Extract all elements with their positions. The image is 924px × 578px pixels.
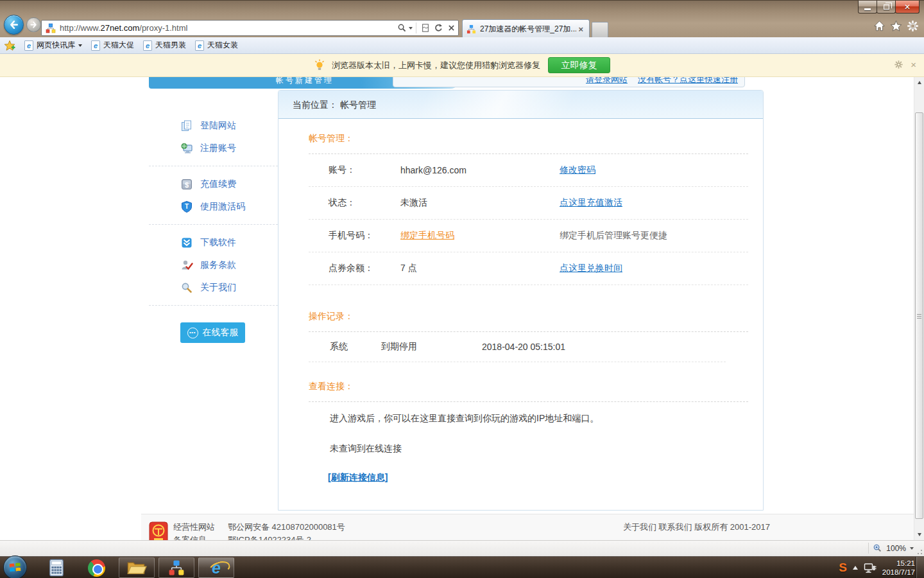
scroll-down-button[interactable] — [914, 529, 924, 540]
sidebar-item-activation-code[interactable]: T 使用激活码 — [149, 195, 278, 218]
favorite-item-tmall-sale[interactable]: e天猫大促 — [91, 40, 134, 51]
home-icon[interactable] — [873, 20, 886, 32]
search-dropdown-icon[interactable] — [409, 27, 413, 30]
site-favicon — [46, 23, 56, 33]
section-title-account: 帐号管理： — [309, 133, 748, 144]
register-link[interactable]: 没有帐号？点这里快速注册 — [638, 77, 738, 85]
online-support-label: 在线客服 — [203, 327, 239, 338]
sidebar-item-label: 登陆网站 — [200, 120, 236, 132]
sidebar-item-recharge[interactable]: $ 充值续费 — [149, 173, 278, 195]
favorite-dropdown-icon — [78, 44, 82, 47]
minimize-icon — [864, 8, 871, 10]
show-desktop-button[interactable] — [916, 557, 924, 578]
account-email: hhark@126.com — [400, 165, 560, 175]
exchange-time-link[interactable]: 点这里兑换时间 — [560, 263, 622, 274]
pages-icon — [180, 119, 193, 132]
minimize-button[interactable] — [858, 1, 877, 13]
proxy-app-icon — [168, 559, 185, 576]
recharge-activate-link[interactable]: 点这里充值激活 — [560, 197, 622, 209]
url-domain: 27net.com — [101, 23, 140, 33]
restore-icon — [884, 4, 889, 10]
restore-button[interactable] — [877, 1, 896, 13]
sidebar-item-about[interactable]: 关于我们 — [149, 276, 278, 299]
settings-gear-icon[interactable] — [907, 20, 919, 32]
browser-tab[interactable]: 27加速器的帐号管理_27加... × — [462, 19, 590, 38]
zoom-level: 100% — [886, 544, 906, 553]
notification-controls: × — [894, 60, 916, 70]
footer-licenses: 鄂公网安备 42108702000081号 鄂ICP备14022234号-2 — [228, 521, 345, 540]
sidebar-item-terms[interactable]: 服务条款 — [149, 254, 278, 276]
change-password-link[interactable]: 修改密码 — [560, 164, 595, 176]
search-icon[interactable] — [396, 22, 407, 34]
stop-icon[interactable] — [445, 22, 457, 34]
sidebar-item-label: 服务条款 — [200, 259, 236, 271]
record-time: 2018-04-20 05:15:01 — [482, 342, 565, 352]
row-label: 状态： — [329, 197, 400, 209]
row-label: 点券余额： — [329, 263, 400, 274]
taskbar-item-calculator[interactable] — [45, 557, 68, 578]
notification-close-icon[interactable]: × — [911, 60, 916, 70]
connection-description: 进入游戏后，你可以在这里直接查询到你玩的游戏的IP地址和端口。 — [309, 413, 748, 425]
sidebar-item-register[interactable]: 注册账号 — [149, 137, 278, 159]
clock-date: 2018/7/17 — [882, 568, 915, 577]
url-text[interactable]: http://www.27net.com/proxy-1.html — [60, 23, 396, 33]
folder-icon — [126, 559, 147, 576]
window-close-button[interactable]: ✕ — [895, 1, 920, 13]
start-button[interactable] — [3, 556, 27, 578]
zoom-dropdown-icon[interactable] — [910, 547, 914, 550]
desktop: ✕ http://www.27net.com/proxy-1.html — [0, 0, 924, 578]
tab-close-icon[interactable]: × — [576, 24, 585, 34]
sidebar-item-label: 下载软件 — [200, 237, 236, 249]
scroll-up-button[interactable] — [914, 77, 924, 88]
footer-links[interactable]: 关于我们 联系我们 版权所有 2001-2017 — [623, 521, 770, 533]
compatibility-view-icon[interactable] — [420, 22, 431, 34]
window-controls: ✕ — [859, 1, 920, 13]
new-tab-button[interactable] — [592, 22, 608, 37]
footer-site-type: 经营性网站 备案信息 — [173, 521, 215, 540]
scrollbar-grip — [917, 314, 921, 319]
favorite-item-tmall-men[interactable]: e天猫男装 — [143, 40, 186, 51]
notification-settings-icon[interactable] — [894, 60, 904, 70]
network-tray-icon[interactable] — [864, 563, 877, 574]
notification-message: 浏览器版本太旧，上网卡慢，建议您使用猎豹浏览器修复 — [332, 60, 540, 71]
forward-button[interactable] — [26, 17, 41, 32]
favorites-star-icon[interactable] — [890, 20, 902, 32]
account-status: 未激活 — [400, 197, 560, 209]
tray-expand-icon[interactable] — [853, 566, 858, 570]
fix-now-button[interactable]: 立即修复 — [548, 57, 610, 73]
sidebar-item-login-site[interactable]: 登陆网站 — [149, 114, 278, 137]
clock-time: 15:21 — [882, 559, 915, 568]
taskbar-item-chrome[interactable] — [85, 557, 108, 578]
record-source: 系统 — [330, 341, 381, 353]
vertical-scrollbar[interactable] — [914, 77, 924, 540]
back-arrow-icon — [8, 19, 19, 30]
taskbar-item-27net-app[interactable] — [158, 557, 194, 578]
row-label: 手机号码： — [329, 230, 400, 241]
scrollbar-thumb[interactable] — [915, 112, 923, 519]
zoom-control[interactable]: 100% — [868, 543, 914, 554]
account-row-points: 点券余额： 7 点 点这里兑换时间 — [309, 252, 748, 285]
taskbar-clock[interactable]: 15:21 2018/7/17 — [882, 559, 915, 577]
online-support-button[interactable]: ••• 在线客服 — [180, 322, 245, 343]
login-links-box: 请登录网站 没有帐号？点这里快速注册 — [393, 77, 745, 87]
taskbar-item-explorer[interactable] — [119, 557, 155, 578]
sidebar-item-label: 使用激活码 — [200, 201, 245, 213]
add-favorite-button[interactable] — [4, 40, 15, 51]
favorites-bar: e网页快讯库 e天猫大促 e天猫男装 e天猫女装 — [0, 37, 924, 54]
ie-page-icon: e — [143, 40, 152, 51]
favorite-item-tmall-women[interactable]: e天猫女装 — [195, 40, 238, 51]
refresh-connection-link[interactable]: [刷新连接信息] — [328, 472, 388, 484]
sogou-tray-icon[interactable]: S — [839, 561, 847, 575]
favorite-item-feeds[interactable]: e网页快讯库 — [24, 40, 82, 51]
points-balance: 7 点 — [400, 263, 560, 274]
person-check-icon — [180, 259, 193, 272]
taskbar-item-internet-explorer[interactable]: e — [198, 557, 234, 578]
address-bar[interactable]: http://www.27net.com/proxy-1.html — [41, 20, 459, 36]
resize-grip — [916, 548, 923, 555]
windows-logo-icon — [8, 561, 22, 574]
back-button[interactable] — [4, 15, 24, 35]
refresh-icon[interactable] — [432, 22, 444, 34]
sidebar-item-download[interactable]: 下载软件 — [149, 231, 278, 254]
bind-phone-link[interactable]: 绑定手机号码 — [400, 230, 454, 240]
login-link[interactable]: 请登录网站 — [586, 77, 628, 85]
